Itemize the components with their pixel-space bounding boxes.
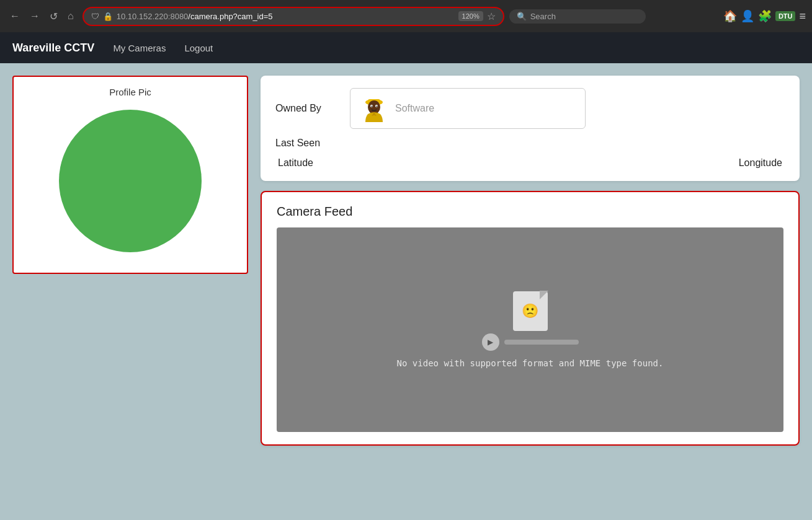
home-button[interactable]: ⌂ xyxy=(64,8,78,24)
owner-name: Software xyxy=(395,103,434,114)
video-error-icon: 🙁 ▶ xyxy=(482,291,579,351)
browser-chrome: ← → ↺ ⌂ 🛡 🔒 10.10.152.220:8080/camera.ph… xyxy=(0,0,812,32)
app-title: Wareville CCTV xyxy=(12,42,94,55)
video-controls: ▶ xyxy=(482,333,579,351)
my-cameras-link[interactable]: My Cameras xyxy=(113,43,166,53)
url-dim: 10.10.152.220:8080 xyxy=(117,12,189,21)
video-error-text: No video with supported format and MIME … xyxy=(397,358,664,368)
profile-panel: Profile Pic xyxy=(12,76,248,274)
shield-icon: 🛡 xyxy=(91,12,99,21)
svg-point-2 xyxy=(368,100,380,114)
pocket-button[interactable]: 🏠 xyxy=(723,9,737,23)
search-bar[interactable]: 🔍 Search xyxy=(509,9,646,24)
right-panel: Owned By xyxy=(261,76,800,446)
main-content: Profile Pic Owned By xyxy=(0,63,812,458)
extension-dtu-button[interactable]: DTU xyxy=(775,11,796,21)
refresh-button[interactable]: ↺ xyxy=(46,8,61,25)
profile-pic-label: Profile Pic xyxy=(109,87,151,97)
bookmark-button[interactable]: ☆ xyxy=(487,11,496,22)
search-icon: 🔍 xyxy=(517,12,527,21)
info-card: Owned By xyxy=(261,76,800,181)
profile-button[interactable]: 👤 xyxy=(741,9,754,23)
zoom-badge: 120% xyxy=(458,11,483,21)
video-progress-bar xyxy=(504,340,579,345)
logout-link[interactable]: Logout xyxy=(184,43,213,53)
avatar-svg xyxy=(359,94,389,123)
svg-point-6 xyxy=(377,106,378,107)
extensions-manager-button[interactable]: 🧩 xyxy=(758,9,772,23)
profile-circle xyxy=(59,110,202,252)
last-seen-row: Last Seen xyxy=(275,138,785,149)
back-button[interactable]: ← xyxy=(6,8,24,24)
url-highlight: /camera.php?cam_id=5 xyxy=(188,12,272,21)
latitude-label: Latitude xyxy=(278,157,313,169)
owned-by-label: Owned By xyxy=(275,103,337,114)
camera-feed-title: Camera Feed xyxy=(277,205,783,219)
lock-icon: 🔒 xyxy=(103,12,113,21)
sad-face-icon: 🙁 xyxy=(522,304,538,318)
search-placeholder: Search xyxy=(530,12,556,21)
play-button[interactable]: ▶ xyxy=(482,333,499,351)
svg-point-5 xyxy=(372,106,373,107)
browser-actions: 🏠 👤 🧩 DTU ≡ xyxy=(723,9,806,23)
camera-card: Camera Feed 🙁 ▶ No video with supported … xyxy=(261,191,800,446)
menu-button[interactable]: ≡ xyxy=(799,10,806,23)
broken-video-doc: 🙁 xyxy=(513,291,548,331)
owner-field: Software xyxy=(350,88,586,129)
longitude-label: Longitude xyxy=(739,157,782,169)
forward-button[interactable]: → xyxy=(26,8,43,24)
owner-avatar xyxy=(359,94,389,123)
address-bar[interactable]: 🛡 🔒 10.10.152.220:8080/camera.php?cam_id… xyxy=(83,7,504,26)
app-nav: Wareville CCTV My Cameras Logout xyxy=(0,32,812,63)
url-text: 10.10.152.220:8080/camera.php?cam_id=5 xyxy=(117,12,450,21)
video-placeholder: 🙁 ▶ No video with supported format and M… xyxy=(277,227,783,432)
last-seen-label: Last Seen xyxy=(275,138,337,149)
nav-buttons: ← → ↺ ⌂ xyxy=(6,8,78,25)
owned-by-row: Owned By xyxy=(275,88,785,129)
